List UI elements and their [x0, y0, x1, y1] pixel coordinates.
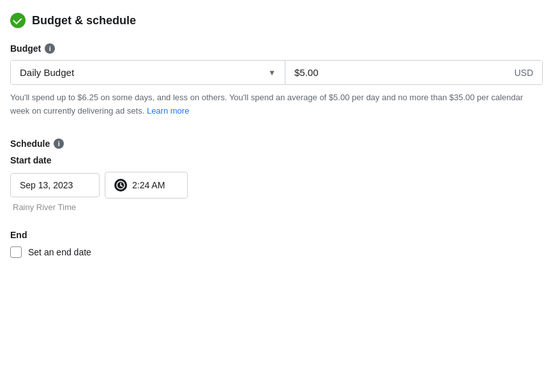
- section-header: Budget & schedule: [10, 13, 543, 28]
- date-time-row: Sep 13, 2023 2:24 AM: [10, 172, 543, 199]
- clock-icon: [114, 179, 127, 192]
- budget-group: Budget i Daily Budget ▼ $5.00 USD You'll…: [10, 43, 543, 118]
- schedule-label: Schedule: [10, 139, 50, 149]
- budget-input-row: Daily Budget ▼ $5.00 USD: [10, 60, 543, 85]
- budget-info-icon[interactable]: i: [45, 43, 55, 54]
- start-time-value: 2:24 AM: [132, 180, 165, 190]
- svg-line-2: [121, 185, 123, 186]
- budget-amount-field[interactable]: $5.00 USD: [285, 61, 542, 84]
- schedule-section: Schedule i Start date Sep 13, 2023 2:24 …: [10, 139, 543, 258]
- start-time-field[interactable]: 2:24 AM: [105, 172, 188, 199]
- schedule-label-row: Schedule i: [10, 139, 543, 149]
- budget-type-dropdown[interactable]: Daily Budget ▼: [11, 61, 285, 84]
- budget-label-row: Budget i: [10, 43, 543, 54]
- learn-more-link[interactable]: Learn more: [147, 106, 189, 116]
- budget-type-text: Daily Budget: [20, 67, 74, 78]
- end-date-checkbox[interactable]: [10, 246, 22, 258]
- dropdown-arrow-icon: ▼: [268, 68, 276, 77]
- end-label: End: [10, 230, 543, 240]
- budget-label: Budget: [10, 43, 41, 54]
- budget-description: You'll spend up to $6.25 on some days, a…: [10, 91, 543, 118]
- start-date-field[interactable]: Sep 13, 2023: [10, 173, 100, 197]
- end-option-text: Set an end date: [28, 247, 91, 257]
- section-title: Budget & schedule: [32, 14, 136, 27]
- budget-amount-value: $5.00: [294, 67, 514, 78]
- end-row: Set an end date: [10, 246, 543, 258]
- start-date-label: Start date: [10, 155, 543, 165]
- timezone-text: Rainy River Time: [13, 202, 543, 212]
- start-date-group: Start date Sep 13, 2023 2:24 AM Rainy Ri…: [10, 155, 543, 212]
- budget-currency: USD: [514, 68, 533, 78]
- end-section: End Set an end date: [10, 230, 543, 258]
- check-icon: [10, 13, 26, 28]
- start-date-value: Sep 13, 2023: [20, 180, 73, 190]
- schedule-info-icon[interactable]: i: [54, 139, 64, 149]
